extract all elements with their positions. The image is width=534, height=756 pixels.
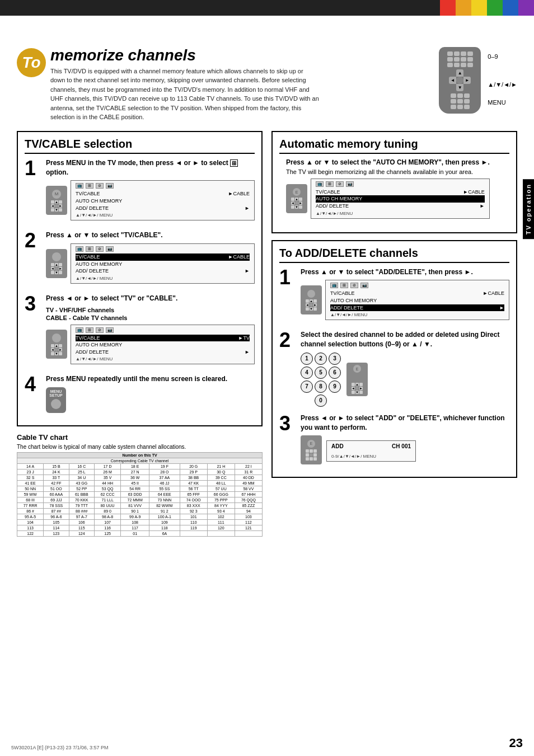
step-4-remote: MENUSETUP [46,387,255,413]
remote-label-menu: MENU [488,96,517,109]
num-btn-3[interactable]: 3 [329,353,341,365]
icon-tvca2: 📺 [76,246,83,252]
add-step-2-content: Select the desired channel to be added o… [301,330,509,407]
add-step-3-number: 3 [279,414,295,434]
add-step-1-screen: ▲ ◄► ▼ 📺 ⊞ ⊘ 📷 [301,280,509,320]
num-btn-0[interactable]: 0 [315,395,327,407]
step-4: 4 Press MENU repeatedly until the menu s… [25,374,255,413]
add-delete-row: ADD CH 001 [331,443,411,449]
remote-small-1: M ▲ ◄► ▼ [46,186,67,215]
step-1-content: Press MENU in the TV mode, then press ◄ … [46,158,255,224]
screen-adddelete-auto: ADD/ DELETE► [316,203,485,210]
table-row: 104105106107108109110111112 [17,520,263,525]
auto-memory-step: Press ▲ or ▼ to select the "AUTO CH MEMO… [279,158,509,222]
screen-nav-auto: ▲/▼/◄/►/ MENU [316,211,485,216]
num-btn-1[interactable]: 1 [301,353,313,365]
num-btn-2[interactable]: 2 [315,353,327,365]
screen-item-add-1: ADD/ DELETE► [76,205,250,212]
screen-nav-1: ▲/▼/◄/►/ MENU [76,213,250,218]
add-step-2-remote: E ▲ ◄► ▼ [346,363,368,396]
icon-tvca3: 📺 [76,327,83,333]
num-buttons-grid: 1 2 3 4 5 6 7 8 9 [301,353,341,407]
footer-text: 5W30201A [E] (P13-23) 23 7/1/06, 3:57 PM [11,745,109,750]
add-screen-1: 📺 ⊞ ⊘ 📷 TV/CABLE►CABLE AUTO CH MEMORY AD… [325,280,509,320]
add-delete-display: ADD CH 001 0-9/▲/▼/◄/►/ MENU [326,438,416,462]
ch-label: CH 001 [392,443,411,449]
icon-grid: ⊞ [86,183,93,189]
add-delete-screen: ADD CH 001 0-9/▲/▼/◄/►/ MENU [326,440,416,462]
screen-3: 📺 ⊞ ⊘ 📷 TV/CABLE►TV AUTO CH MEMORY ADD/ … [71,325,255,365]
auto-screen-display: 📺 ⊞ ⊘ 📷 TV/CABLE►CABLE AUTO CH MEMORY AD… [311,179,490,219]
add-step-3-row: E ADD [301,435,509,464]
page-main-title: memorize channels [50,47,428,64]
num-btn-5[interactable]: 5 [315,367,327,379]
icon-grid2: ⊞ [86,246,93,252]
table-row: 113114115116117118119120121 [17,525,263,531]
chart-title: Cable TV chart [17,433,263,442]
screen-2: 📺 ⊞ ⊘ 📷 TV/CABLE►CABLE AUTO CH MEMORY AD… [71,243,255,284]
table-row: 122123124125016A [17,531,263,537]
auto-screen: E ▲ ◄► ▼ 📺 ⊞ [286,179,490,219]
press-label: Press [301,414,319,422]
tv-cable-section: TV/CABLE selection 1 Press MENU in the T… [17,131,263,426]
step-1-number: 1 [25,158,40,179]
add-step-1-content: Press ▲ or ▼ to select "ADD/DELETE", the… [301,267,509,324]
col-left: TV/CABLE selection 1 Press MENU in the T… [17,131,263,537]
screen-nav-add1: ▲/▼/◄/►/ MENU [330,312,504,317]
step-3-number: 3 [25,294,40,314]
icon-tv2: 📷 [106,183,114,189]
icon-add1b: ⊞ [340,283,348,288]
title-icon: To [17,48,46,77]
auto-memory-section: Automatic memory tuning Press ▲ or ▼ to … [271,131,517,233]
icon-circle2: ⊘ [96,246,104,252]
icon-auto2: ⊞ [326,181,334,187]
num-btn-7[interactable]: 7 [301,381,313,393]
screen-item-auto-2: AUTO CH MEMORY [76,261,250,268]
step-1: 1 Press MENU in the TV mode, then press … [25,158,255,224]
title-italic-to: To [22,54,40,72]
title-text-block: memorize channels This TV/DVD is equippe… [50,47,428,122]
icon-auto4: 📷 [346,181,354,187]
two-col-layout: TV/CABLE selection 1 Press MENU in the T… [17,131,517,537]
table-row: 14 A15 B16 C17 D18 E19 F20 G21 H22 I [17,464,263,469]
screen-auto-add1: AUTO CH MEMORY [330,297,504,304]
screen-1: 📺 ⊞ ⊘ 📷 TV/CABLE►CABLE AUTO CH MEMORY AD… [71,180,255,220]
th-cable: Corresponding Cable TV channel [17,458,263,464]
num-btn-4[interactable]: 4 [301,367,313,379]
table-row: 59 WW60 AAA61 BBB62 CCC63 DDD64 EEE65 FF… [17,492,263,497]
screen-tvcable-auto: TV/CABLE►CABLE [316,189,485,196]
title-description: This TV/DVD is equipped with a channel m… [50,67,319,122]
remote-small-3: ▲ ◄► ▼ [46,330,67,359]
screen-tvcable-add1: TV/CABLE►CABLE [330,290,504,297]
num-btn-6[interactable]: 6 [329,367,341,379]
screen-nav-2: ▲/▼/◄/►/ MENU [76,276,250,281]
table-row: 77 RRR78 SSS79 TTT80 UUU81 VVV82 WWW83 X… [17,503,263,509]
screen-icons-3: 📺 ⊞ ⊘ 📷 [76,327,250,333]
num-btn-8[interactable]: 8 [315,381,327,393]
add-step-1-number: 1 [279,267,295,288]
screen-item-add-2: ADD/ DELETE► [76,267,250,275]
add-nav-label: 0-9/▲/▼/◄/►/ MENU [331,454,411,459]
add-step-3: 3 Press ◄ or ► to select "ADD" or "DELET… [279,414,509,465]
table-row: 86 #87 ##88 ###89 090 191 292 393 494 [17,509,263,514]
table-row: 32 S33 T34 U35 V36 W37 AA38 BB39 CC40 DD [17,475,263,481]
screen-icons-1: 📺 ⊞ ⊘ 📷 [76,183,250,189]
icon-circle3: ⊘ [96,327,104,333]
icon-tv22: 📷 [106,246,114,252]
table-row: 41 EE42 FF43 GG44 HH45 II46 JJ47 KK48 LL… [17,481,263,486]
step-3-screen: ▲ ◄► ▼ 📺 ⊞ ⊘ 📷 [46,325,255,365]
num-btn-9[interactable]: 9 [329,381,341,393]
step-4-content: Press MENU repeatedly until the menu scr… [46,374,255,413]
step-4-number: 4 [25,374,40,395]
table-row: 95 A-596 A-697 A-798 A-899 A-9100 A-1101… [17,514,263,520]
col-right: Automatic memory tuning Press ▲ or ▼ to … [271,131,517,537]
tv-cable-title: TV/CABLE selection [25,138,255,154]
step-3-instruction: Press ◄ or ► to select "TV" or "CABLE". [46,294,255,303]
table-subheader-row: Corresponding Cable TV channel [17,458,263,464]
step-3-content: Press ◄ or ► to select "TV" or "CABLE". … [46,294,255,368]
screen-item-auto-1: AUTO CH MEMORY [76,198,250,205]
step-3-note1: TV - VHF/UHF channels [46,307,255,313]
icon-add1a: 📺 [330,283,338,288]
channel-table: Number on this TV Corresponding Cable TV… [17,452,263,537]
add-delete-title: To ADD/DELETE channels [279,247,509,263]
